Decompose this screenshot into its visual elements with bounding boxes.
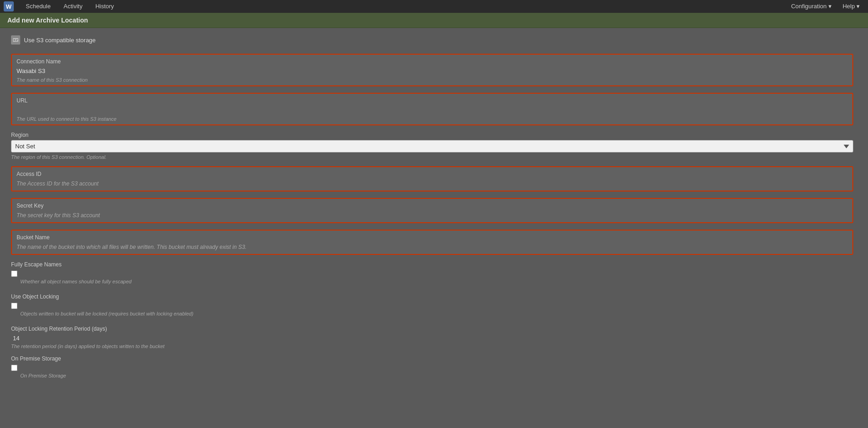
url-field: URL The URL used to connect to this S3 i… — [11, 93, 853, 125]
use-object-locking-hint: Objects written to bucket will be locked… — [20, 311, 853, 316]
svg-rect-3 — [16, 40, 17, 41]
access-id-field: Access ID — [11, 166, 853, 191]
bucket-name-field: Bucket Name — [11, 230, 853, 255]
region-label: Region — [11, 132, 853, 138]
region-hint: The region of this S3 connection. Option… — [11, 154, 853, 160]
access-id-input[interactable] — [17, 179, 848, 188]
bucket-name-input[interactable] — [17, 242, 848, 251]
fully-escape-names-field: Fully Escape Names Whether all object na… — [11, 261, 853, 284]
bucket-name-label: Bucket Name — [17, 234, 848, 241]
connection-name-hint: The name of this S3 connection — [17, 77, 848, 83]
connection-name-label: Connection Name — [17, 58, 848, 65]
on-premise-storage-hint: On Premise Storage — [20, 373, 853, 378]
configuration-menu[interactable]: Configuration ▾ — [787, 0, 836, 13]
nav-item-history[interactable]: History — [89, 0, 120, 13]
region-field: Region Not Set us-east-1 us-west-1 us-we… — [11, 132, 853, 160]
nav-item-activity[interactable]: Activity — [57, 0, 89, 13]
fully-escape-names-hint: Whether all object names should be fully… — [20, 279, 853, 284]
secret-key-label: Secret Key — [17, 203, 848, 209]
page-header: Add new Archive Location — [0, 13, 868, 28]
use-object-locking-row — [11, 303, 853, 309]
secret-key-field: Secret Key — [11, 198, 853, 223]
help-menu[interactable]: Help ▾ — [838, 0, 864, 13]
use-object-locking-checkbox[interactable] — [11, 303, 17, 309]
secret-key-input[interactable] — [17, 211, 848, 220]
object-locking-retention-hint: The retention period (in days) applied t… — [11, 344, 853, 349]
svg-rect-2 — [16, 39, 18, 40]
s3-storage-icon — [11, 35, 20, 45]
app-logo: W — [4, 1, 14, 11]
use-object-locking-label: Use Object Locking — [11, 293, 853, 300]
region-select[interactable]: Not Set us-east-1 us-west-1 us-west-2 eu… — [11, 140, 853, 152]
s3-toggle-row: Use S3 compatible storage — [11, 35, 853, 45]
fully-escape-names-checkbox[interactable] — [11, 270, 17, 277]
connection-name-input[interactable] — [17, 67, 848, 75]
topnav-right: Configuration ▾ Help ▾ — [787, 0, 864, 13]
access-id-label: Access ID — [17, 171, 848, 177]
use-object-locking-field: Use Object Locking Objects written to bu… — [11, 293, 853, 316]
on-premise-storage-label: On Premise Storage — [11, 355, 853, 362]
page-title: Add new Archive Location — [7, 17, 88, 24]
url-label: URL — [17, 97, 848, 104]
main-content: Use S3 compatible storage Connection Nam… — [0, 28, 864, 395]
on-premise-storage-checkbox[interactable] — [11, 365, 17, 371]
nav-items: Schedule Activity History — [19, 0, 120, 13]
object-locking-retention-field: Object Locking Retention Period (days) 1… — [11, 326, 853, 349]
object-locking-retention-value: 14 — [11, 334, 853, 343]
fully-escape-names-row — [11, 270, 853, 277]
connection-name-field: Connection Name The name of this S3 conn… — [11, 54, 853, 86]
s3-toggle-label: Use S3 compatible storage — [24, 37, 96, 44]
on-premise-storage-field: On Premise Storage On Premise Storage — [11, 355, 853, 378]
url-hint: The URL used to connect to this S3 insta… — [17, 116, 848, 122]
on-premise-storage-row — [11, 365, 853, 371]
top-navigation: W Schedule Activity History Configuratio… — [0, 0, 868, 13]
nav-item-schedule[interactable]: Schedule — [19, 0, 57, 13]
url-input[interactable] — [17, 106, 848, 114]
object-locking-retention-label: Object Locking Retention Period (days) — [11, 326, 853, 332]
fully-escape-names-label: Fully Escape Names — [11, 261, 853, 268]
svg-point-1 — [14, 39, 15, 41]
